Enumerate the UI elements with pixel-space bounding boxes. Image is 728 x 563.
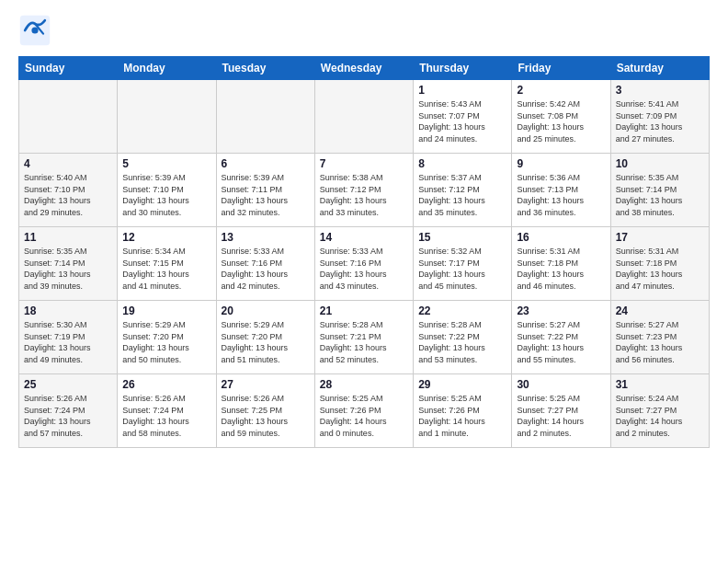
day-number: 9 [517, 157, 605, 170]
calendar: SundayMondayTuesdayWednesdayThursdayFrid… [18, 56, 710, 448]
calendar-cell: 6Sunrise: 5:39 AM Sunset: 7:11 PM Daylig… [216, 154, 314, 227]
day-number: 10 [616, 157, 704, 170]
calendar-cell [314, 80, 413, 154]
day-of-week-header: Saturday [610, 57, 709, 80]
day-number: 3 [616, 84, 704, 97]
day-info: Sunrise: 5:41 AM Sunset: 7:09 PM Dayligh… [616, 98, 704, 144]
day-number: 26 [122, 378, 210, 391]
day-info: Sunrise: 5:27 AM Sunset: 7:22 PM Dayligh… [517, 319, 605, 365]
day-info: Sunrise: 5:40 AM Sunset: 7:10 PM Dayligh… [24, 172, 112, 218]
calendar-cell: 9Sunrise: 5:36 AM Sunset: 7:13 PM Daylig… [512, 154, 610, 227]
calendar-cell: 17Sunrise: 5:31 AM Sunset: 7:18 PM Dayli… [610, 227, 709, 301]
day-number: 11 [24, 231, 112, 244]
day-info: Sunrise: 5:25 AM Sunset: 7:27 PM Dayligh… [517, 393, 605, 439]
week-row: 4Sunrise: 5:40 AM Sunset: 7:10 PM Daylig… [19, 154, 710, 227]
day-number: 4 [24, 157, 112, 170]
calendar-cell: 16Sunrise: 5:31 AM Sunset: 7:18 PM Dayli… [512, 227, 610, 301]
day-of-week-header: Monday [118, 57, 216, 80]
day-number: 1 [418, 84, 506, 97]
day-number: 25 [24, 378, 112, 391]
day-info: Sunrise: 5:26 AM Sunset: 7:25 PM Dayligh… [222, 393, 310, 439]
day-info: Sunrise: 5:27 AM Sunset: 7:23 PM Dayligh… [616, 319, 704, 365]
day-number: 17 [616, 231, 704, 244]
calendar-cell: 19Sunrise: 5:29 AM Sunset: 7:20 PM Dayli… [118, 301, 216, 374]
calendar-cell: 25Sunrise: 5:26 AM Sunset: 7:24 PM Dayli… [19, 374, 118, 448]
calendar-cell: 20Sunrise: 5:29 AM Sunset: 7:20 PM Dayli… [216, 301, 314, 374]
day-info: Sunrise: 5:25 AM Sunset: 7:26 PM Dayligh… [320, 393, 408, 439]
calendar-cell: 2Sunrise: 5:42 AM Sunset: 7:08 PM Daylig… [512, 80, 610, 154]
svg-point-1 [31, 27, 38, 33]
calendar-cell: 18Sunrise: 5:30 AM Sunset: 7:19 PM Dayli… [19, 301, 118, 374]
page: SundayMondayTuesdayWednesdayThursdayFrid… [0, 0, 728, 563]
calendar-cell: 8Sunrise: 5:37 AM Sunset: 7:12 PM Daylig… [414, 154, 512, 227]
calendar-cell: 24Sunrise: 5:27 AM Sunset: 7:23 PM Dayli… [610, 301, 709, 374]
day-number: 27 [222, 378, 310, 391]
day-number: 16 [517, 231, 605, 244]
day-info: Sunrise: 5:43 AM Sunset: 7:07 PM Dayligh… [418, 98, 506, 144]
calendar-cell: 3Sunrise: 5:41 AM Sunset: 7:09 PM Daylig… [610, 80, 709, 154]
day-number: 30 [517, 378, 605, 391]
day-info: Sunrise: 5:33 AM Sunset: 7:16 PM Dayligh… [222, 246, 310, 292]
calendar-cell: 13Sunrise: 5:33 AM Sunset: 7:16 PM Dayli… [216, 227, 314, 301]
day-info: Sunrise: 5:38 AM Sunset: 7:12 PM Dayligh… [320, 172, 408, 218]
day-info: Sunrise: 5:33 AM Sunset: 7:16 PM Dayligh… [320, 246, 408, 292]
day-info: Sunrise: 5:25 AM Sunset: 7:26 PM Dayligh… [418, 393, 506, 439]
day-number: 24 [616, 304, 704, 317]
calendar-cell: 4Sunrise: 5:40 AM Sunset: 7:10 PM Daylig… [19, 154, 118, 227]
calendar-cell: 5Sunrise: 5:39 AM Sunset: 7:10 PM Daylig… [118, 154, 216, 227]
calendar-cell: 10Sunrise: 5:35 AM Sunset: 7:14 PM Dayli… [610, 154, 709, 227]
calendar-cell: 23Sunrise: 5:27 AM Sunset: 7:22 PM Dayli… [512, 301, 610, 374]
calendar-cell: 22Sunrise: 5:28 AM Sunset: 7:22 PM Dayli… [414, 301, 512, 374]
calendar-cell: 30Sunrise: 5:25 AM Sunset: 7:27 PM Dayli… [512, 374, 610, 448]
day-info: Sunrise: 5:31 AM Sunset: 7:18 PM Dayligh… [616, 246, 704, 292]
day-info: Sunrise: 5:28 AM Sunset: 7:22 PM Dayligh… [418, 319, 506, 365]
day-info: Sunrise: 5:30 AM Sunset: 7:19 PM Dayligh… [24, 319, 112, 365]
day-of-week-header: Sunday [19, 57, 118, 80]
calendar-cell [216, 80, 314, 154]
calendar-body: 1Sunrise: 5:43 AM Sunset: 7:07 PM Daylig… [19, 80, 710, 448]
calendar-cell: 28Sunrise: 5:25 AM Sunset: 7:26 PM Dayli… [314, 374, 413, 448]
day-info: Sunrise: 5:39 AM Sunset: 7:10 PM Dayligh… [122, 172, 210, 218]
day-number: 23 [517, 304, 605, 317]
calendar-cell: 15Sunrise: 5:32 AM Sunset: 7:17 PM Dayli… [414, 227, 512, 301]
day-number: 12 [122, 231, 210, 244]
calendar-cell [19, 80, 118, 154]
day-info: Sunrise: 5:24 AM Sunset: 7:27 PM Dayligh… [616, 393, 704, 439]
day-info: Sunrise: 5:39 AM Sunset: 7:11 PM Dayligh… [222, 172, 310, 218]
day-number: 19 [122, 304, 210, 317]
day-info: Sunrise: 5:35 AM Sunset: 7:14 PM Dayligh… [616, 172, 704, 218]
day-info: Sunrise: 5:42 AM Sunset: 7:08 PM Dayligh… [517, 98, 605, 144]
calendar-cell: 27Sunrise: 5:26 AM Sunset: 7:25 PM Dayli… [216, 374, 314, 448]
day-number: 15 [418, 231, 506, 244]
day-info: Sunrise: 5:34 AM Sunset: 7:15 PM Dayligh… [122, 246, 210, 292]
day-number: 18 [24, 304, 112, 317]
calendar-cell: 21Sunrise: 5:28 AM Sunset: 7:21 PM Dayli… [314, 301, 413, 374]
calendar-cell: 31Sunrise: 5:24 AM Sunset: 7:27 PM Dayli… [610, 374, 709, 448]
day-info: Sunrise: 5:26 AM Sunset: 7:24 PM Dayligh… [122, 393, 210, 439]
calendar-cell: 29Sunrise: 5:25 AM Sunset: 7:26 PM Dayli… [414, 374, 512, 448]
day-number: 6 [222, 157, 310, 170]
day-info: Sunrise: 5:26 AM Sunset: 7:24 PM Dayligh… [24, 393, 112, 439]
day-number: 29 [418, 378, 506, 391]
day-number: 31 [616, 378, 704, 391]
day-number: 21 [320, 304, 408, 317]
week-row: 18Sunrise: 5:30 AM Sunset: 7:19 PM Dayli… [19, 301, 710, 374]
day-number: 5 [122, 157, 210, 170]
day-of-week-header: Tuesday [216, 57, 314, 80]
day-info: Sunrise: 5:29 AM Sunset: 7:20 PM Dayligh… [222, 319, 310, 365]
calendar-cell: 11Sunrise: 5:35 AM Sunset: 7:14 PM Dayli… [19, 227, 118, 301]
day-number: 14 [320, 231, 408, 244]
calendar-cell: 26Sunrise: 5:26 AM Sunset: 7:24 PM Dayli… [118, 374, 216, 448]
day-number: 20 [222, 304, 310, 317]
calendar-cell: 12Sunrise: 5:34 AM Sunset: 7:15 PM Dayli… [118, 227, 216, 301]
calendar-cell: 7Sunrise: 5:38 AM Sunset: 7:12 PM Daylig… [314, 154, 413, 227]
day-info: Sunrise: 5:36 AM Sunset: 7:13 PM Dayligh… [517, 172, 605, 218]
day-info: Sunrise: 5:37 AM Sunset: 7:12 PM Dayligh… [418, 172, 506, 218]
day-number: 13 [222, 231, 310, 244]
day-info: Sunrise: 5:28 AM Sunset: 7:21 PM Dayligh… [320, 319, 408, 365]
day-number: 2 [517, 84, 605, 97]
days-of-week-row: SundayMondayTuesdayWednesdayThursdayFrid… [19, 57, 710, 80]
calendar-cell [118, 80, 216, 154]
day-info: Sunrise: 5:35 AM Sunset: 7:14 PM Dayligh… [24, 246, 112, 292]
logo [18, 14, 57, 47]
